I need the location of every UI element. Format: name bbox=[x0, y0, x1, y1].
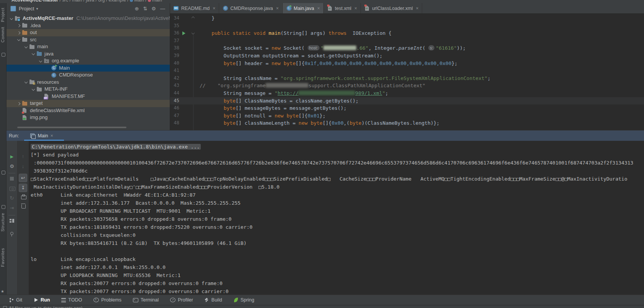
bookmark-icon[interactable] bbox=[2, 171, 5, 174]
chevron-down-icon[interactable] bbox=[31, 86, 36, 92]
tab-close-icon[interactable]: × bbox=[354, 6, 357, 11]
stripe-tool-icon[interactable] bbox=[2, 53, 5, 57]
favorites-star-icon[interactable]: ★ bbox=[1, 289, 4, 293]
run-console-tab[interactable]: Main × bbox=[27, 130, 56, 141]
code-editor[interactable]: 34 }3536 public static void main(String[… bbox=[170, 14, 644, 130]
chevron-down-icon[interactable] bbox=[38, 58, 44, 64]
tree-item[interactable]: META-INF bbox=[7, 86, 170, 93]
code-line[interactable]: 48 byte[] classNameLength = new byte[]{0… bbox=[170, 119, 644, 127]
code-line[interactable]: 44 String message = "http://989/1.xml"; bbox=[170, 90, 644, 97]
scroll-to-end-icon[interactable]: ↧ bbox=[19, 184, 27, 192]
code-line[interactable]: 38 Socket socket = new Socket( host:".66… bbox=[170, 44, 644, 52]
print-icon[interactable] bbox=[21, 196, 26, 199]
breadcrumb-item[interactable]: Main bbox=[134, 0, 144, 3]
editor-tab[interactable]: urlClassLoader.xml× bbox=[361, 3, 422, 13]
chevron-right-icon[interactable] bbox=[16, 30, 22, 36]
tree-item[interactable]: img.png bbox=[7, 114, 170, 121]
fold-marker-icon[interactable] bbox=[192, 32, 194, 34]
clear-console-icon[interactable] bbox=[21, 204, 26, 209]
settings-gear-icon[interactable]: ⚙ bbox=[151, 6, 156, 11]
chevron-down-icon[interactable] bbox=[16, 37, 22, 42]
toolwindow-button-run[interactable]: Run bbox=[34, 297, 50, 303]
tree-item[interactable]: target bbox=[7, 100, 170, 107]
chevron-down-icon[interactable] bbox=[9, 16, 15, 21]
tree-item[interactable]: org.example bbox=[7, 57, 170, 65]
code-line[interactable]: 35 bbox=[170, 22, 644, 30]
soft-wrap-icon[interactable]: ↩ bbox=[19, 174, 27, 182]
editor-tab[interactable]: CCMDResponse.java× bbox=[219, 3, 282, 13]
breadcrumb-item[interactable]: java bbox=[86, 0, 94, 3]
tree-item[interactable]: main bbox=[7, 43, 170, 51]
editor-tab[interactable]: CMain.java× bbox=[283, 3, 324, 13]
horizontal-scrollbar[interactable] bbox=[17, 127, 126, 128]
structure-icon[interactable] bbox=[2, 205, 5, 209]
chevron-right-icon[interactable] bbox=[16, 101, 22, 106]
project-panel-title[interactable]: Project bbox=[19, 6, 34, 11]
tree-item[interactable]: .idea bbox=[7, 22, 170, 29]
tab-close-icon[interactable]: × bbox=[317, 6, 320, 11]
locate-icon[interactable]: ⊕ bbox=[135, 6, 139, 11]
code-line[interactable]: 39 OutputStream outputStream = socket.ge… bbox=[170, 52, 644, 60]
tree-item-label: src bbox=[30, 36, 36, 44]
tree-item[interactable]: MFMANIFEST.MF bbox=[7, 93, 170, 100]
wrench-icon[interactable]: ⚙ bbox=[7, 164, 17, 169]
breadcrumb-item[interactable]: ActiveMqRCE-master bbox=[11, 0, 58, 3]
chevron-down-icon[interactable] bbox=[23, 44, 29, 50]
tree-item[interactable]: src bbox=[7, 36, 170, 44]
tree-item[interactable]: resources bbox=[7, 79, 170, 86]
stripe-item-favorites[interactable]: Favorites bbox=[0, 248, 5, 267]
breadcrumb-item[interactable]: src bbox=[62, 0, 68, 3]
code-line[interactable]: 42 String className = "org.springframewo… bbox=[170, 75, 644, 82]
editor-tab[interactable]: test.xml× bbox=[324, 3, 361, 13]
run-gutter-icon[interactable] bbox=[182, 31, 185, 35]
layout-icon[interactable] bbox=[10, 219, 14, 223]
tab-close-icon[interactable]: × bbox=[276, 6, 279, 11]
rerun-icon[interactable]: ▶ bbox=[7, 154, 17, 159]
code-line[interactable]: 47 byte[] notnull = new byte[]{0x01}; bbox=[170, 112, 644, 120]
toolwindow-button-terminal[interactable]: Terminal bbox=[133, 297, 159, 303]
console-output[interactable]: C:\Penetration\ProgramTools\Java\jdk1.8\… bbox=[29, 141, 644, 295]
tree-item[interactable]: out bbox=[7, 29, 170, 36]
tree-item[interactable]: CCMDResponse bbox=[7, 72, 170, 79]
code-line[interactable]: 45 byte[] ClassNameBytes = className.get… bbox=[170, 97, 644, 105]
toolwindow-button-profiler[interactable]: Profiler bbox=[170, 297, 193, 303]
pin-icon[interactable] bbox=[10, 232, 13, 235]
breadcrumb-item[interactable]: main bbox=[72, 0, 82, 3]
toolwindow-button-git[interactable]: Git bbox=[9, 297, 22, 303]
tree-item[interactable]: java bbox=[7, 51, 170, 58]
breadcrumb-item[interactable]: org bbox=[98, 0, 105, 3]
chevron-down-icon[interactable] bbox=[23, 79, 29, 85]
tab-close-icon[interactable]: × bbox=[213, 6, 215, 11]
console-line: RX packets:30375658 errors:0 dropped:8 o… bbox=[31, 215, 644, 223]
code-line[interactable]: 40 byte[] header = new byte[]{0x1f,0x00,… bbox=[170, 60, 644, 67]
code-line[interactable]: 36 public static void main(String[] args… bbox=[170, 29, 644, 37]
fold-marker-icon[interactable] bbox=[192, 17, 194, 19]
close-icon[interactable]: × bbox=[51, 133, 53, 139]
scroll-from-source-icon[interactable]: ⇅ bbox=[143, 6, 147, 11]
chevron-down-icon[interactable] bbox=[31, 51, 36, 57]
toolwindow-button-label: Profiler bbox=[178, 297, 193, 303]
code-line[interactable]: 41 bbox=[170, 67, 644, 75]
editor-tab[interactable]: MDREADME.md× bbox=[170, 3, 219, 13]
stripe-item-commit[interactable]: Commit bbox=[0, 27, 5, 42]
hide-panel-icon[interactable]: — bbox=[160, 6, 165, 11]
breadcrumb-item[interactable]: example bbox=[109, 0, 126, 3]
tree-item[interactable]: ActiveMqRCE-masterC:\Users\Anonymous\Des… bbox=[7, 15, 170, 22]
tree-item[interactable]: defineClassWriteFile.xml bbox=[7, 107, 170, 114]
stripe-item-project[interactable]: Project bbox=[0, 8, 5, 22]
project-tree[interactable]: ActiveMqRCE-masterC:\Users\Anonymous\Des… bbox=[7, 14, 170, 130]
code-line[interactable]: 34 } bbox=[170, 15, 644, 22]
chevron-right-icon[interactable] bbox=[16, 23, 22, 28]
tree-item[interactable]: CMain bbox=[7, 65, 170, 72]
code-line[interactable]: 43// "org.springframesupport.ClassPathXm… bbox=[170, 82, 644, 90]
toolwindow-button-build[interactable]: Build bbox=[205, 297, 222, 303]
tab-close-icon[interactable]: × bbox=[416, 6, 418, 11]
chevron-down-icon[interactable]: ▾ bbox=[36, 7, 38, 11]
code-line[interactable]: 46 byte[] messageBytes = message.getByte… bbox=[170, 104, 644, 112]
toolwindow-button-todo[interactable]: TODO bbox=[61, 297, 82, 303]
code-line[interactable]: 37 bbox=[170, 37, 644, 45]
stripe-item-structure[interactable]: Structure bbox=[0, 213, 5, 231]
toolwindow-button-spring[interactable]: Spring bbox=[234, 297, 254, 303]
breadcrumb-item[interactable]: main bbox=[152, 0, 162, 3]
toolwindow-button-problems[interactable]: Problems bbox=[93, 297, 121, 303]
